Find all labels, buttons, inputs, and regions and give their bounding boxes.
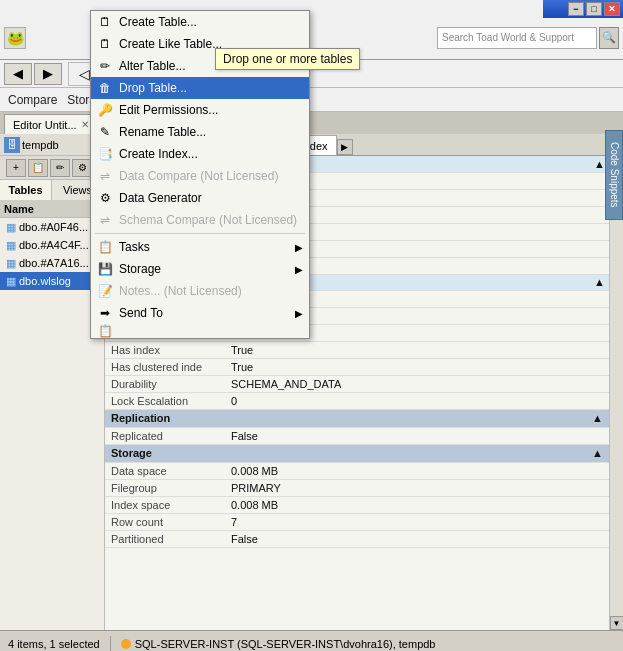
prop-key: Durability [105, 375, 225, 392]
prop-key: Lock Escalation [105, 392, 225, 409]
editor-tab[interactable]: Editor Untit... ✕ [4, 114, 98, 134]
table-row: Has index True [105, 341, 609, 358]
vertical-scrollbar[interactable]: ▲ ▼ [609, 156, 623, 630]
storage-arrow: ▶ [295, 264, 303, 275]
section-collapse-2[interactable]: ▲ [594, 276, 605, 288]
tab-tables[interactable]: Tables [0, 180, 52, 200]
menu-item-tasks[interactable]: 📋 Tasks ▶ [91, 236, 309, 258]
table-row: Row count 7 [105, 513, 609, 530]
prop-key: Filegroup [105, 479, 225, 496]
menu-item-data-generator[interactable]: ⚙ Data Generator [91, 187, 309, 209]
table-row: Partitioned False [105, 530, 609, 547]
section-collapse-top[interactable]: ▲ [594, 158, 605, 170]
minimize-button[interactable]: − [568, 2, 584, 16]
notes-icon: 📝 [97, 283, 113, 299]
storage-collapse[interactable]: ▲ [592, 447, 603, 459]
close-button[interactable]: ✕ [604, 2, 620, 16]
menu-item-drop-table[interactable]: 🗑 Drop Table... [91, 77, 309, 99]
table-icon: 🗒 [97, 14, 113, 30]
db-items-list: ▦ dbo.#A0F46... ▦ dbo.#A4C4F... ▦ dbo.#A… [0, 218, 104, 290]
prop-value: 7 [225, 513, 609, 530]
compare-label[interactable]: Compare [8, 93, 57, 107]
panel-tabs: Tables Views [0, 180, 104, 200]
menu-item-create-index[interactable]: 📑 Create Index... [91, 143, 309, 165]
panel-toolbar: + 📋 ✏ ⚙ [0, 156, 104, 180]
app-window: − □ ✕ 🐸 Search Toad World & Support 🔍 ◀ … [0, 0, 623, 651]
back-button[interactable]: ◀ [4, 63, 32, 85]
connection-indicator [121, 639, 131, 649]
search-placeholder: Search Toad World & Support [442, 32, 574, 43]
list-item[interactable]: ▦ dbo.#A7A16... [0, 254, 104, 272]
prop-value: False [225, 427, 609, 444]
col-name-header: Name [0, 200, 104, 218]
prop-key: Replicated [105, 427, 225, 444]
panel-btn-filter[interactable]: ⚙ [72, 159, 92, 177]
storage-header: Storage ▲ [105, 444, 609, 462]
rename-icon: ✎ [97, 124, 113, 140]
tasks-arrow: ▶ [295, 242, 303, 253]
prop-value: True [225, 358, 609, 375]
menu-item-send-to[interactable]: ➡ Send To ▶ [91, 302, 309, 324]
status-items: 4 items, 1 selected [8, 638, 100, 650]
table-row: Replicated False [105, 427, 609, 444]
maximize-button[interactable]: □ [586, 2, 602, 16]
prop-key: Has clustered inde [105, 358, 225, 375]
panel-btn-3[interactable]: ✏ [50, 159, 70, 177]
toad-logo: 🐸 [4, 27, 26, 49]
status-connection: SQL-SERVER-INST (SQL-SERVER-INST\dvohra1… [121, 638, 436, 650]
menu-item-create-table[interactable]: 🗒 Create Table... [91, 11, 309, 33]
gen-icon: ⚙ [97, 190, 113, 206]
prop-value: False [225, 530, 609, 547]
list-item-selected[interactable]: ▦ dbo.wlslog [0, 272, 104, 290]
prop-key: Index space [105, 496, 225, 513]
editor-tab-close[interactable]: ✕ [81, 119, 89, 130]
db-name-box: 🗄 tempdb [0, 134, 104, 156]
search-button[interactable]: 🔍 [599, 27, 619, 49]
list-item[interactable]: ▦ dbo.#A4C4F... [0, 236, 104, 254]
code-snippets-tab[interactable]: Code Snippets [605, 130, 623, 220]
partial-icon: 📋 [97, 324, 113, 338]
prop-key: Data space [105, 462, 225, 479]
db-item-icon-4: ▦ [6, 275, 16, 288]
prop-key: Has index [105, 341, 225, 358]
menu-item-storage[interactable]: 💾 Storage ▶ [91, 258, 309, 280]
db-name: tempdb [22, 139, 59, 151]
table-row: Data space 0.008 MB [105, 462, 609, 479]
menu-item-edit-permissions[interactable]: 🔑 Edit Permissions... [91, 99, 309, 121]
replication-collapse[interactable]: ▲ [592, 412, 603, 424]
prop-value: PRIMARY [225, 479, 609, 496]
storage-icon: 💾 [97, 261, 113, 277]
table-row: Filegroup PRIMARY [105, 479, 609, 496]
menu-item-partial[interactable]: 📋 [91, 324, 309, 338]
table-row: Lock Escalation 0 [105, 392, 609, 409]
editor-tab-label: Editor Untit... [13, 119, 77, 131]
table-like-icon: 🗒 [97, 36, 113, 52]
replication-header: Replication ▲ [105, 409, 609, 427]
perm-icon: 🔑 [97, 102, 113, 118]
scroll-down[interactable]: ▼ [610, 616, 624, 630]
search-bar: Search Toad World & Support [437, 27, 597, 49]
schema-icon: ⇌ [97, 212, 113, 228]
panel-btn-2[interactable]: 📋 [28, 159, 48, 177]
table-row: Has clustered inde True [105, 358, 609, 375]
send-to-arrow: ▶ [295, 308, 303, 319]
prop-value: SCHEMA_AND_DATA [225, 375, 609, 392]
compare-icon: ⇌ [97, 168, 113, 184]
table-row: Index space 0.008 MB [105, 496, 609, 513]
items-selected-label: 4 items, 1 selected [8, 638, 100, 650]
send-icon: ➡ [97, 305, 113, 321]
list-item[interactable]: ▦ dbo.#A0F46... [0, 218, 104, 236]
forward-button[interactable]: ▶ [34, 63, 62, 85]
tab-scroll-right[interactable]: ▶ [337, 139, 353, 155]
db-item-icon-2: ▦ [6, 239, 16, 252]
prop-key: Row count [105, 513, 225, 530]
menu-item-schema-compare: ⇌ Schema Compare (Not Licensed) [91, 209, 309, 231]
alter-icon: ✏ [97, 58, 113, 74]
prop-key: Partitioned [105, 530, 225, 547]
connection-label: SQL-SERVER-INST (SQL-SERVER-INST\dvohra1… [135, 638, 436, 650]
table-row: Durability SCHEMA_AND_DATA [105, 375, 609, 392]
panel-btn-1[interactable]: + [6, 159, 26, 177]
index-icon: 📑 [97, 146, 113, 162]
menu-item-rename-table[interactable]: ✎ Rename Table... [91, 121, 309, 143]
db-item-icon-1: ▦ [6, 221, 16, 234]
